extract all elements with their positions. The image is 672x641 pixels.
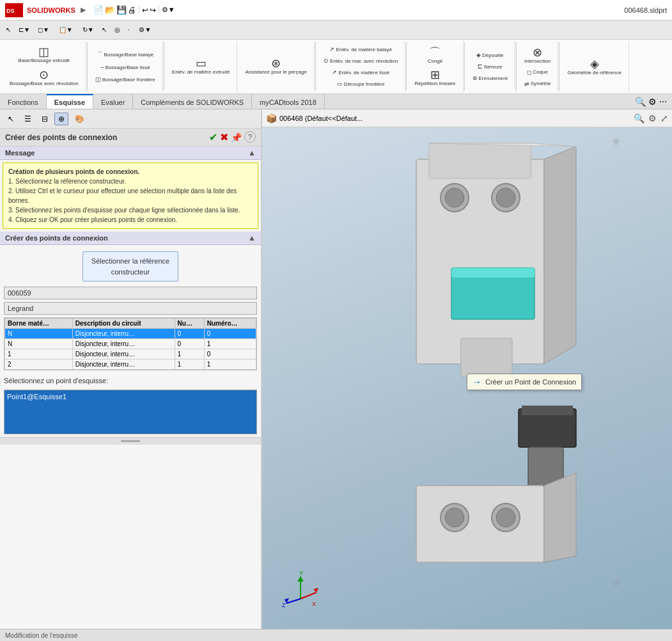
title-bar: DS SOLIDWORKS ▶ 📄 📂 💾 🖨 ↩ ↪ ⚙▼ 006468.sl… bbox=[0, 0, 672, 20]
bossage-balaye-btn[interactable]: ⌒ Bossage/Base balayé bbox=[94, 49, 157, 61]
search-btn[interactable]: 🔍 bbox=[634, 113, 645, 123]
color-btn[interactable]: 🎨 bbox=[71, 113, 88, 125]
cell-desc-3: Disjoncteur, interru… bbox=[72, 360, 175, 370]
tb-rotate[interactable]: ↻▼ bbox=[79, 24, 97, 35]
title-bar-left: DS SOLIDWORKS ▶ 📄 📂 💾 🖨 ↩ ↪ ⚙▼ bbox=[5, 3, 175, 17]
tab-mycadtools[interactable]: myCADtools 2018 bbox=[252, 94, 325, 109]
svg-rect-16 bbox=[416, 486, 544, 562]
sketch-input-area[interactable]: Point1@Esquisse1 bbox=[4, 390, 257, 434]
ref-input[interactable] bbox=[4, 287, 257, 299]
connection-table: Borne maté… Description du circuit Nu… N… bbox=[4, 318, 256, 370]
cancel-button[interactable]: ✖ bbox=[220, 131, 228, 143]
enlev-rev-btn[interactable]: ⊙ Enlèv. de mat. avec révolution bbox=[320, 56, 402, 66]
enlev-extrude-btn[interactable]: ▭ Enlèv. de matière extrudé bbox=[169, 56, 233, 77]
tb-box-select[interactable]: ◻▼ bbox=[35, 24, 52, 35]
conn-collapse-btn[interactable]: ▲ bbox=[248, 233, 256, 242]
conge-btn[interactable]: ⌒ Congé bbox=[421, 45, 449, 66]
quick-access-toolbar: 📄 📂 💾 🖨 ↩ ↪ ⚙▼ bbox=[93, 5, 175, 15]
mfg-input[interactable] bbox=[4, 302, 257, 315]
collapse-icon-btn[interactable]: ⋯ bbox=[659, 97, 667, 106]
undo-btn[interactable]: ↩ bbox=[142, 5, 148, 15]
message-section-header[interactable]: Message ▲ bbox=[0, 146, 261, 160]
nervure-btn[interactable]: ⊏ Nervure bbox=[474, 61, 505, 72]
svg-text:X: X bbox=[312, 601, 316, 607]
conn-section-header[interactable]: Créer des points de connexion ▲ bbox=[0, 232, 261, 245]
pushpin-button[interactable]: 📌 bbox=[231, 131, 242, 143]
depouille-btn[interactable]: ◈ Dépouille bbox=[473, 50, 506, 60]
search-icon-btn[interactable]: 🔍 bbox=[635, 97, 646, 107]
rep-lineaire-btn[interactable]: ⊞ Répétition linéaire bbox=[411, 67, 458, 88]
sketch-label: Sélectionnez un point d'esquisse: bbox=[0, 374, 261, 387]
layers-btn[interactable]: ⊟ bbox=[38, 113, 52, 125]
ok-button[interactable]: ✔ bbox=[209, 131, 217, 143]
svg-point-19 bbox=[445, 508, 464, 527]
enlev-balaye-btn[interactable]: ↗ Enlèv. de matière balayé bbox=[326, 44, 395, 54]
select-ref-wrapper: Sélectionner la référence constructeur bbox=[4, 249, 257, 284]
bossage-lisse-btn[interactable]: ⌢ Bossage/Base lissé bbox=[97, 62, 153, 73]
enlev-rev-icon: ⊙ bbox=[324, 58, 329, 64]
bossage-rev-btn[interactable]: ⊙ Bossage/Base avec révolution bbox=[6, 67, 82, 89]
expand-btn[interactable]: ⤢ bbox=[660, 113, 668, 123]
cell-nu-2: 1 bbox=[175, 349, 204, 360]
bossage-extrude-btn[interactable]: ◫ Base/Bossage extrudé bbox=[15, 44, 74, 66]
msg-line-2: 2. Utilisez Ctrl et le curseur pour effe… bbox=[8, 186, 253, 205]
tb-settings[interactable]: ⚙▼ bbox=[136, 24, 154, 35]
tab-evaluer[interactable]: Evaluer bbox=[93, 94, 133, 109]
main-layout: ↖ ☰ ⊟ ⊕ 🎨 Créer des points de connexion … bbox=[0, 109, 672, 629]
svg-marker-25 bbox=[297, 576, 304, 582]
right-top-bar: 📦 006468 (Défaut<<Défaut... 🔍 ⚙ ⤢ bbox=[262, 109, 672, 127]
tab-complements[interactable]: Compléments de SOLIDWORKS bbox=[133, 94, 252, 109]
new-btn[interactable]: 📄 bbox=[93, 5, 104, 15]
table-row[interactable]: 1 Disjoncteur, interru… 1 0 bbox=[5, 349, 256, 360]
ribbon-row-2: ⌢ Bossage/Base lissé bbox=[97, 62, 153, 73]
enlev-lisse-btn[interactable]: ↗ Enlèv. de matière lissé bbox=[329, 67, 393, 77]
options-btn[interactable]: ⚙▼ bbox=[162, 5, 175, 15]
ribbon-group-enlev: ▭ Enlèv. de matière extrudé bbox=[165, 41, 238, 92]
tb-circle[interactable]: ◎ bbox=[111, 24, 123, 35]
solidworks-logo: DS bbox=[5, 3, 23, 17]
bossage-rev-icon: ⊙ bbox=[39, 69, 49, 81]
table-row[interactable]: 2 Disjoncteur, interru… 1 1 bbox=[5, 360, 256, 370]
tab-fonctions[interactable]: Fonctions bbox=[0, 94, 47, 109]
svg-text:DS: DS bbox=[6, 8, 15, 14]
ribbon-group-balaye: ⌒ Bossage/Base balayé ⌢ Bossage/Base lis… bbox=[88, 41, 163, 92]
coque-btn[interactable]: ◻ Coque bbox=[523, 67, 552, 77]
svg-line-22 bbox=[301, 592, 316, 599]
svg-point-21 bbox=[496, 508, 515, 527]
msg-line-4: 4. Cliquez sur OK pour créer plusieurs p… bbox=[8, 215, 253, 225]
cell-borne-1: N bbox=[5, 339, 73, 349]
list-btn[interactable]: ☰ bbox=[20, 113, 35, 125]
symetrie-btn[interactable]: ⇌ Symétrie bbox=[521, 79, 554, 89]
settings-gear-btn[interactable]: ⚙ bbox=[648, 113, 657, 123]
tab-esquisse[interactable]: Esquisse bbox=[47, 94, 93, 109]
select-ref-btn[interactable]: Sélectionner la référence constructeur bbox=[82, 251, 178, 281]
pin-btn[interactable]: ⊕ bbox=[54, 113, 68, 125]
table-row[interactable]: N Disjoncteur, interru… 0 0 bbox=[5, 329, 256, 339]
print-btn[interactable]: 🖨 bbox=[128, 5, 136, 15]
bossage-frontiere-btn[interactable]: ◫ Bossage/Base frontière bbox=[92, 74, 159, 84]
tb-dot[interactable]: · bbox=[125, 24, 133, 35]
help-button[interactable]: ? bbox=[244, 131, 256, 143]
svg-rect-2 bbox=[416, 159, 544, 364]
canvas-area[interactable]: ✳ ✳ bbox=[262, 127, 672, 629]
right-area: 📦 006468 (Défaut<<Défaut... 🔍 ⚙ ⤢ ✳ ✳ bbox=[262, 109, 672, 629]
percage-btn[interactable]: ⊛ Assistance pour le perçage bbox=[242, 56, 310, 77]
enroulement-btn[interactable]: ⊚ Enroulement bbox=[469, 73, 511, 83]
geometrie-btn[interactable]: ◈ Géométrie de référence bbox=[564, 56, 625, 77]
tb-note[interactable]: 📋▼ bbox=[56, 24, 76, 35]
open-btn[interactable]: 📂 bbox=[105, 5, 115, 15]
decoupe-btn[interactable]: ▭ Découpe frontière bbox=[334, 79, 388, 89]
arrow-icon: ▶ bbox=[81, 6, 86, 14]
redo-btn[interactable]: ↪ bbox=[150, 5, 156, 15]
tb-select[interactable]: ⊏▼ bbox=[15, 24, 33, 35]
pointer-btn[interactable]: ↖ bbox=[4, 113, 18, 125]
message-section: Message ▲ Création de plusieurs points d… bbox=[0, 146, 261, 232]
settings-icon-btn[interactable]: ⚙ bbox=[648, 97, 657, 107]
cell-num-1: 1 bbox=[204, 339, 256, 349]
save-btn[interactable]: 💾 bbox=[116, 5, 127, 15]
tb-arrow[interactable]: ↖ bbox=[3, 24, 14, 35]
table-row[interactable]: N Disjoncteur, interru… 0 1 bbox=[5, 339, 256, 349]
message-collapse-btn[interactable]: ▲ bbox=[248, 148, 256, 157]
tb-cursor[interactable]: ↖ bbox=[98, 24, 110, 35]
intersection-btn[interactable]: ⊗ Intersection bbox=[521, 45, 554, 66]
